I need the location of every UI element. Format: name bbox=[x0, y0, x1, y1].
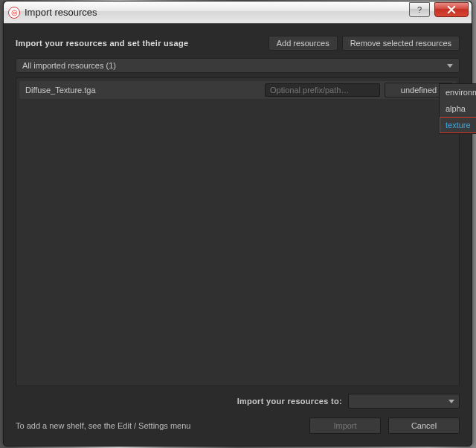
app-icon: ◎ bbox=[8, 7, 20, 19]
resource-row[interactable]: Diffuse_Texture.tga undefined environmen… bbox=[19, 81, 456, 99]
close-button[interactable] bbox=[434, 2, 469, 17]
dropdown-item-environment[interactable]: environment bbox=[440, 84, 476, 100]
filter-label: All imported resources (1) bbox=[22, 61, 116, 70]
add-resources-button[interactable]: Add resources bbox=[268, 36, 338, 51]
chevron-down-icon bbox=[447, 64, 453, 68]
close-icon bbox=[447, 5, 456, 14]
usage-dropdown-menu: environment alpha texture bbox=[439, 83, 476, 134]
window-title: Import resources bbox=[25, 7, 97, 18]
cancel-button[interactable]: Cancel bbox=[388, 417, 460, 434]
instruction-label: Import your resources and set their usag… bbox=[16, 39, 188, 48]
destination-dropdown[interactable] bbox=[348, 394, 460, 409]
dialog-body: Import your resources and set their usag… bbox=[4, 24, 472, 446]
footer-row: To add a new shelf, see the Edit / Setti… bbox=[16, 417, 460, 434]
prefix-input[interactable] bbox=[265, 83, 380, 97]
usage-value: undefined bbox=[401, 86, 437, 95]
import-button[interactable]: Import bbox=[309, 417, 381, 434]
dropdown-item-alpha[interactable]: alpha bbox=[440, 100, 476, 117]
header-row: Import your resources and set their usag… bbox=[16, 36, 460, 51]
filter-dropdown[interactable]: All imported resources (1) bbox=[16, 58, 460, 73]
remove-selected-button[interactable]: Remove selected resources bbox=[342, 36, 460, 51]
dropdown-item-texture[interactable]: texture bbox=[440, 117, 476, 133]
help-button[interactable]: ? bbox=[409, 2, 430, 17]
destination-label: Import your resources to: bbox=[237, 397, 342, 406]
import-resources-dialog: ◎ Import resources ? Import your resourc… bbox=[3, 1, 472, 447]
destination-row: Import your resources to: bbox=[16, 394, 460, 409]
resource-list: Diffuse_Texture.tga undefined environmen… bbox=[16, 77, 460, 386]
chevron-down-icon bbox=[448, 400, 454, 403]
titlebar[interactable]: ◎ Import resources ? bbox=[4, 1, 472, 24]
window-controls: ? bbox=[409, 5, 469, 20]
usage-dropdown-button[interactable]: undefined environment alpha texture bbox=[385, 83, 453, 97]
shelf-hint: To add a new shelf, see the Edit / Setti… bbox=[16, 421, 190, 430]
resource-filename: Diffuse_Texture.tga bbox=[22, 86, 260, 95]
